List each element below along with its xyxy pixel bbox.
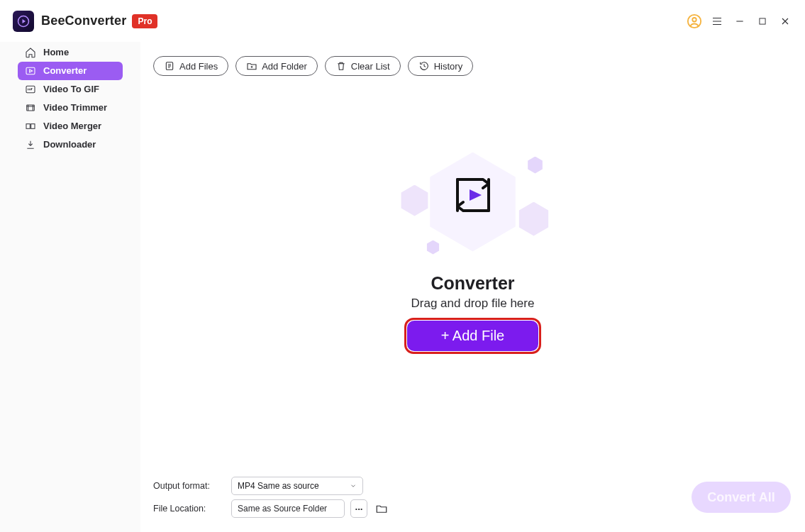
- titlebar: BeeConverter Pro: [0, 0, 805, 42]
- sidebar-item-label: Video Trimmer: [43, 99, 107, 117]
- pro-badge: Pro: [132, 14, 157, 28]
- menu-icon: [711, 15, 723, 28]
- converter-icon: [25, 65, 36, 77]
- convert-play-icon: [452, 175, 494, 215]
- svg-marker-1: [23, 19, 26, 23]
- close-icon: [779, 16, 791, 27]
- sidebar-item-downloader[interactable]: Downloader: [18, 135, 123, 154]
- app-logo: [13, 11, 34, 32]
- svg-marker-6: [30, 70, 33, 72]
- svg-rect-7: [26, 86, 35, 92]
- output-format-value: MP4 Same as source: [238, 481, 319, 491]
- menu-button[interactable]: [706, 10, 728, 33]
- drop-zone-subtitle: Drag and drop file here: [411, 297, 535, 311]
- drop-zone-title: Converter: [431, 273, 514, 294]
- sidebar-item-video-trimmer[interactable]: Video Trimmer: [18, 99, 123, 117]
- merger-icon: [25, 121, 36, 132]
- svg-point-3: [692, 17, 696, 21]
- minimize-icon: [734, 16, 745, 27]
- footer-bar: Output format: MP4 Same as source File L…: [140, 477, 805, 532]
- file-location-value-box[interactable]: Same as Source Folder: [231, 499, 345, 518]
- sidebar-item-home[interactable]: Home: [18, 43, 123, 62]
- app-title: BeeConverter: [41, 13, 126, 28]
- sidebar-item-converter[interactable]: Converter: [18, 62, 123, 80]
- folder-icon: [375, 502, 388, 515]
- open-folder-button[interactable]: [373, 499, 390, 518]
- svg-rect-4: [760, 18, 765, 23]
- drop-zone-illustration: [395, 145, 551, 259]
- avatar-icon: [687, 13, 702, 29]
- svg-rect-9: [26, 124, 30, 129]
- sidebar-item-label: Video To GIF: [43, 80, 99, 99]
- downloader-icon: [25, 139, 36, 150]
- convert-all-button[interactable]: Convert All: [692, 482, 791, 513]
- minimize-button[interactable]: [728, 10, 751, 33]
- sidebar: Home Converter Video To GIF Video Trimme…: [0, 42, 140, 532]
- sidebar-item-video-to-gif[interactable]: Video To GIF: [18, 80, 123, 99]
- home-icon: [25, 47, 36, 58]
- main-panel: Add Files Add Folder Clear List: [140, 42, 805, 532]
- chevron-down-icon: [350, 482, 357, 489]
- add-file-button[interactable]: + Add File: [407, 321, 539, 351]
- trimmer-icon: [25, 102, 36, 113]
- drop-zone[interactable]: Converter Drag and drop file here + Add …: [140, 48, 805, 448]
- sidebar-item-label: Downloader: [43, 135, 96, 154]
- close-button[interactable]: [774, 10, 796, 33]
- svg-rect-10: [31, 124, 35, 129]
- account-button[interactable]: [683, 10, 706, 33]
- sidebar-item-label: Home: [43, 43, 69, 62]
- output-format-label: Output format:: [153, 481, 226, 491]
- maximize-button[interactable]: [751, 10, 774, 33]
- file-location-label: File Location:: [153, 504, 226, 514]
- sidebar-item-video-merger[interactable]: Video Merger: [18, 117, 123, 135]
- browse-location-button[interactable]: ···: [350, 499, 367, 518]
- svg-rect-5: [26, 67, 35, 74]
- output-format-select[interactable]: MP4 Same as source: [231, 477, 363, 495]
- svg-marker-13: [470, 189, 482, 201]
- maximize-icon: [757, 16, 767, 26]
- app-logo-icon: [17, 15, 30, 28]
- sidebar-item-label: Converter: [43, 62, 87, 80]
- sidebar-item-label: Video Merger: [43, 117, 101, 135]
- gif-icon: [25, 84, 36, 95]
- file-location-value: Same as Source Folder: [238, 504, 327, 514]
